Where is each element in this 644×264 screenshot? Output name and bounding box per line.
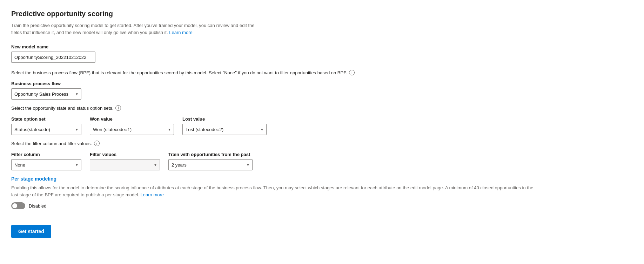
page-description: Train the predictive opportunity scoring… [11,22,264,36]
lost-value-column: Lost value Lost (statecode=2) ▼ [182,116,267,135]
lost-dropdown-wrapper: Lost (statecode=2) ▼ [182,124,267,135]
state-option-set-label: State option set [11,116,81,122]
won-dropdown-wrapper: Won (statecode=1) ▼ [90,124,174,135]
footer: Get started [11,225,633,238]
get-started-button[interactable]: Get started [11,225,51,238]
learn-more-link[interactable]: Learn more [169,30,192,35]
per-stage-toggle[interactable] [11,202,25,209]
state-info-icon[interactable]: i [115,105,121,111]
model-name-label: New model name [11,44,633,49]
toggle-row: Disabled [11,202,633,209]
filter-info-icon[interactable]: i [94,141,100,146]
train-past-column: Train with opportunities from the past 2… [168,152,253,170]
state-option-set-column: State option set Status(statecode) ▼ [11,116,81,135]
model-name-input[interactable] [11,52,95,63]
per-stage-description: Enabling this allows for the model to de… [11,184,537,198]
state-section: Select the opportunity state and status … [11,105,633,135]
model-name-section: New model name [11,44,633,63]
train-past-dropdown-wrapper: 2 years 1 year 3 years ▼ [168,159,253,170]
filter-values-dropdown-wrapper: ▼ [90,159,160,170]
won-value-column: Won value Won (statecode=1) ▼ [90,116,174,135]
lost-select[interactable]: Lost (statecode=2) [182,124,267,135]
bpf-select[interactable]: Opportunity Sales Process None [11,88,81,100]
toggle-track [11,202,25,209]
state-row-fields: State option set Status(statecode) ▼ Won… [11,116,633,135]
page-container: Predictive opportunity scoring Train the… [0,0,644,248]
filter-values-select[interactable] [90,159,160,170]
filter-values-label: Filter values [90,152,160,157]
won-select[interactable]: Won (statecode=1) [90,124,174,135]
filter-column-select[interactable]: None [11,159,81,170]
state-instruction: Select the opportunity state and status … [11,105,633,111]
filter-column-label: Filter column [11,152,81,157]
bpf-label: Business process flow [11,81,633,86]
state-dropdown-wrapper: Status(statecode) ▼ [11,124,81,135]
bpf-dropdown-wrapper: Opportunity Sales Process None ▼ [11,88,81,100]
bpf-info-icon[interactable]: i [349,70,355,75]
filter-values-column: Filter values ▼ [90,152,160,170]
filter-column-dropdown-wrapper: None ▼ [11,159,81,170]
per-stage-title: Per stage modeling [11,176,633,182]
state-select[interactable]: Status(statecode) [11,124,81,135]
per-stage-section: Per stage modeling Enabling this allows … [11,176,633,209]
won-value-label: Won value [90,116,174,122]
bpf-section: Select the business process flow (BPF) t… [11,70,633,100]
per-stage-learn-more-link[interactable]: Learn more [141,192,164,197]
toggle-thumb [12,203,17,208]
bpf-instruction: Select the business process flow (BPF) t… [11,70,633,75]
toggle-label: Disabled [29,203,47,209]
lost-value-label: Lost value [182,116,267,122]
filter-row-fields: Filter column None ▼ Filter values ▼ Tra… [11,152,633,170]
filter-section: Select the filter column and filter valu… [11,141,633,170]
train-past-label: Train with opportunities from the past [168,152,253,157]
train-past-select[interactable]: 2 years 1 year 3 years [168,159,253,170]
separator [11,218,633,218]
filter-column-column: Filter column None ▼ [11,152,81,170]
filter-instruction: Select the filter column and filter valu… [11,141,633,146]
page-title: Predictive opportunity scoring [11,10,633,18]
